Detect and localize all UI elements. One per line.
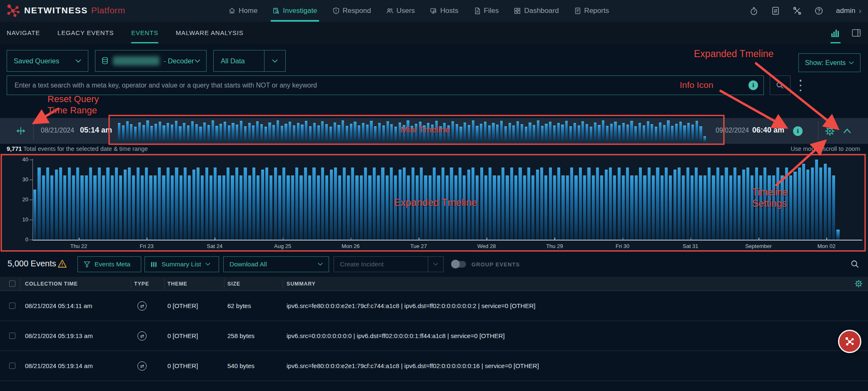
saved-queries-dropdown[interactable]: Saved Queries xyxy=(7,50,88,72)
summary-list-dropdown[interactable]: Summary List xyxy=(145,256,219,272)
netwitness-events-page: NETWITNESS Platform Home Investigate Res… xyxy=(0,0,868,391)
annotation-expanded-timeline: Expanded Tmeline xyxy=(694,48,773,60)
jobs-panel-icon[interactable] xyxy=(771,6,780,15)
nav-users[interactable]: Users xyxy=(386,0,415,22)
warning-icon[interactable] xyxy=(57,259,67,268)
list-columns-icon xyxy=(151,261,157,268)
reports-icon xyxy=(574,7,581,15)
col-theme: THEME xyxy=(167,277,187,291)
range-end-date: 09/02/2024 xyxy=(716,127,749,134)
column-preferences-gear-icon[interactable] xyxy=(855,280,863,288)
network-event-type-icon: ⇄ xyxy=(137,331,147,341)
time-range-dropdown[interactable]: All Data xyxy=(213,50,286,72)
table-row[interactable]: 08/21/2024 05:19:15 am ⇄ 0 [OTHER] 620 b… xyxy=(0,381,868,391)
network-event-type-icon: ⇄ xyxy=(137,301,147,311)
main-nav: Home Investigate Respond Users Hosts Fil… xyxy=(228,0,609,22)
nav-home[interactable]: Home xyxy=(228,0,257,22)
user-name: admin xyxy=(836,7,855,15)
subnav-navigate[interactable]: NAVIGATE xyxy=(7,22,40,44)
service-selector-dropdown[interactable]: - Decoder xyxy=(95,50,207,72)
time-range-chevron[interactable] xyxy=(264,50,285,71)
nav-respond[interactable]: Respond xyxy=(332,0,371,22)
chevron-down-icon xyxy=(195,59,200,63)
toggle-knob xyxy=(451,260,460,268)
mini-timeline-chart[interactable] xyxy=(118,120,708,142)
investigate-sub-nav: NAVIGATE LEGACY EVENTS EVENTS MALWARE AN… xyxy=(0,22,868,44)
user-menu[interactable]: admin › xyxy=(836,6,861,15)
chevron-right-icon: › xyxy=(859,6,861,15)
search-icon xyxy=(776,81,784,90)
netwitness-logo-icon xyxy=(6,3,21,18)
redacted-service-name xyxy=(113,56,160,65)
column-settings-icon[interactable] xyxy=(851,22,861,44)
divider xyxy=(33,121,34,140)
expanded-timeline-chart[interactable]: 403020100 Thu 22Fri 23Sat 24Aug 25Mon 26… xyxy=(0,153,868,251)
reset-time-range-icon xyxy=(15,125,26,136)
table-row[interactable]: 08/21/2024 05:19:13 am ⇄ 0 [OTHER] 258 b… xyxy=(0,321,868,351)
event-search-bar: i xyxy=(7,75,764,95)
x-axis-line xyxy=(32,240,862,241)
top-navigation-bar: NETWITNESS Platform Home Investigate Res… xyxy=(0,0,868,22)
row-checkbox[interactable] xyxy=(9,333,15,339)
tools-icon[interactable] xyxy=(793,6,802,15)
collapse-timeline-chevron[interactable] xyxy=(843,128,852,134)
database-icon xyxy=(101,57,109,65)
range-end-time: 06:40 am xyxy=(752,126,784,135)
events-count: 5,000 Events xyxy=(7,259,56,268)
timeline-settings-gear-icon[interactable] xyxy=(825,126,835,136)
events-toolbar: 5,000 Events Events Meta Summary List Do… xyxy=(0,255,868,274)
brand-name: NETWITNESS xyxy=(24,5,88,15)
subnav-legacy-events[interactable]: LEGACY EVENTS xyxy=(57,22,114,44)
row-checkbox[interactable] xyxy=(9,363,15,369)
annotation-reset-query-time-range: Reset Query Time Range xyxy=(47,93,99,116)
download-all-dropdown[interactable]: Download All xyxy=(223,256,329,272)
events-chart-view-icon[interactable] xyxy=(831,22,841,44)
timeline-info-icon[interactable]: i xyxy=(793,126,803,136)
search-button[interactable] xyxy=(770,75,791,95)
funnel-icon xyxy=(84,261,90,268)
select-all-checkbox[interactable] xyxy=(9,281,15,287)
nav-investigate[interactable]: Investigate xyxy=(272,0,317,22)
table-row[interactable]: 08/21/2024 05:14:11 am ⇄ 0 [OTHER] 62 by… xyxy=(0,291,868,321)
divider xyxy=(818,121,818,140)
events-meta-button[interactable]: Events Meta xyxy=(77,256,141,272)
netwitness-fab-icon xyxy=(844,336,856,347)
table-search-icon[interactable] xyxy=(851,260,860,269)
row-checkbox[interactable] xyxy=(9,303,15,309)
nav-reports[interactable]: Reports xyxy=(574,0,609,22)
chevron-down-icon xyxy=(849,61,854,65)
files-icon xyxy=(474,7,481,15)
total-events-status: 9,771 Total events for the selected date… xyxy=(7,145,148,152)
y-axis-line xyxy=(32,159,33,240)
show-events-dropdown[interactable]: Show: Events xyxy=(798,53,861,72)
subnav-events[interactable]: EVENTS xyxy=(131,22,158,44)
search-input[interactable] xyxy=(7,76,748,95)
table-row[interactable]: 08/21/2024 05:19:14 am ⇄ 0 [OTHER] 540 b… xyxy=(0,351,868,381)
timeline-bars xyxy=(33,160,843,240)
events-table-header: COLLECTION TIME TYPE THEME SIZE SUMMARY xyxy=(0,277,868,291)
brand-product: Platform xyxy=(91,5,125,15)
top-right-controls: admin › xyxy=(749,0,861,22)
nav-dashboard[interactable]: Dashboard xyxy=(514,0,559,22)
nav-files[interactable]: Files xyxy=(474,0,499,22)
brand: NETWITNESS Platform xyxy=(6,3,125,18)
nav-hosts[interactable]: Hosts xyxy=(430,0,458,22)
timer-icon[interactable] xyxy=(749,6,758,15)
floating-action-button[interactable] xyxy=(838,330,861,353)
help-icon[interactable] xyxy=(814,6,823,15)
users-icon xyxy=(386,7,394,15)
col-summary: SUMMARY xyxy=(287,277,316,291)
zoom-hint-text: Use mouse scroll to zoom xyxy=(791,145,860,152)
chevron-down-icon xyxy=(205,263,210,266)
search-info-icon[interactable]: i xyxy=(748,80,758,90)
subnav-malware-analysis[interactable]: MALWARE ANALYSIS xyxy=(176,22,244,44)
reset-query-time-range-button[interactable] xyxy=(14,125,27,137)
chevron-down-icon xyxy=(75,59,81,63)
create-incident-chevron xyxy=(428,257,443,272)
create-incident-button-disabled[interactable]: Create Incident xyxy=(334,256,444,272)
group-events-toggle[interactable] xyxy=(452,261,466,268)
home-icon xyxy=(228,7,236,15)
col-collection-time: COLLECTION TIME xyxy=(25,277,78,291)
range-start-time: 05:14 am xyxy=(80,126,112,135)
query-options-kebab-menu[interactable] xyxy=(796,80,806,91)
